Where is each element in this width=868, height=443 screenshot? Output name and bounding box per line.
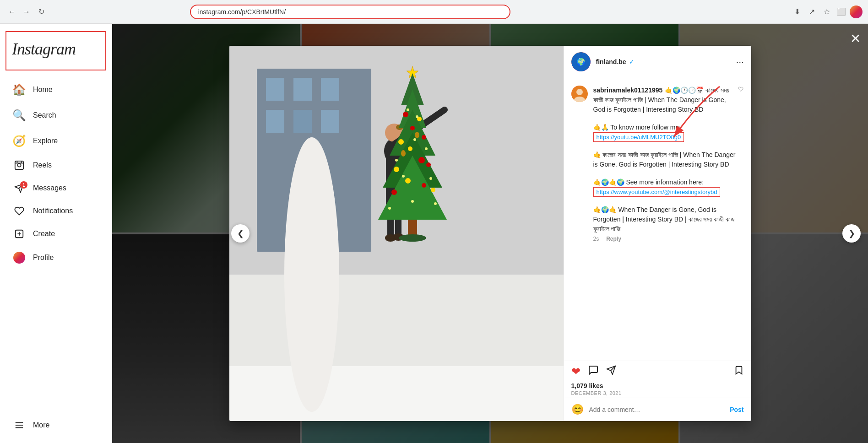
svg-point-57	[413, 138, 416, 141]
logo-container: Instagram	[5, 31, 106, 70]
comment-like-button[interactable]: ♡	[738, 86, 744, 93]
reload-button[interactable]: ↻	[35, 5, 48, 18]
post-image	[229, 46, 564, 421]
svg-point-63	[388, 207, 391, 210]
likes-count: 1,079 likes	[571, 382, 744, 389]
comment-text-part3: 🤙🌍🤙 When The Danger is Gone, God is Forg…	[593, 206, 735, 232]
svg-point-43	[398, 139, 404, 145]
browser-nav-buttons: ← → ↻	[5, 5, 48, 18]
svg-point-47	[394, 167, 399, 172]
comment-time: 2s	[593, 236, 599, 242]
red-arrow-container: https://youtu.be/uMLMU2TO8g0	[593, 132, 738, 142]
svg-point-68	[576, 89, 583, 95]
save-button[interactable]	[734, 365, 744, 378]
comment-see-more-text: 🤙🌍🤙🌍 See more information here:	[593, 178, 704, 186]
comment-button[interactable]	[588, 365, 599, 378]
sidebar-item-home[interactable]: 🏠 Home	[5, 78, 106, 102]
post-date: DECEMBER 3, 2021	[571, 390, 744, 396]
sidebar-item-search[interactable]: 🔍 Search	[5, 103, 106, 127]
actions-bar: ❤	[564, 361, 751, 398]
svg-rect-17	[266, 110, 284, 133]
svg-point-61	[429, 177, 432, 180]
home-label: Home	[33, 86, 53, 94]
svg-point-56	[416, 115, 418, 118]
search-icon: 🔍	[13, 109, 26, 122]
browser-actions: ⬇ ↗ ☆ ⬜	[791, 5, 863, 18]
sidebar-item-create[interactable]: Create	[5, 223, 106, 244]
more-icon	[13, 420, 26, 430]
notifications-icon	[13, 206, 26, 216]
svg-rect-18	[293, 110, 312, 133]
search-label: Search	[33, 111, 56, 119]
comment-content: sabrinamalek01121995 🤙🌍🕐🕑📅 কাজের সময় কা…	[593, 86, 744, 242]
reels-icon	[13, 160, 26, 170]
home-icon: 🏠	[13, 83, 26, 96]
share-button[interactable]	[606, 365, 616, 378]
like-button[interactable]: ❤	[571, 365, 580, 378]
bookmark-browser-button[interactable]: ☆	[820, 5, 833, 18]
post-image-container	[229, 46, 564, 421]
messages-icon: 1	[13, 183, 26, 193]
profile-avatar-icon	[13, 252, 26, 264]
commenter-avatar[interactable]	[571, 86, 588, 102]
sidebar-item-reels[interactable]: Reels	[5, 155, 106, 176]
comment-link-2[interactable]: https://www.youtube.com/@interestingstor…	[593, 187, 721, 197]
modal-close-button[interactable]: ✕	[850, 31, 861, 46]
post-header: 🌍 finland.be ✓ ···	[564, 46, 751, 78]
post-modal: 🌍 finland.be ✓ ···	[229, 46, 751, 421]
svg-point-50	[422, 183, 426, 188]
messages-label: Messages	[33, 184, 66, 192]
svg-rect-21	[229, 366, 564, 421]
sidebar-item-more[interactable]: More	[5, 415, 106, 436]
svg-point-1	[17, 163, 21, 167]
sidebar-item-messages[interactable]: 1 Messages	[5, 178, 106, 199]
svg-point-59	[425, 147, 428, 150]
svg-rect-19	[321, 110, 339, 133]
svg-point-46	[418, 157, 425, 163]
next-post-button[interactable]: ❯	[842, 224, 861, 243]
post-account-avatar[interactable]: 🌍	[571, 52, 591, 71]
comment-meta: 2s Reply	[593, 236, 744, 242]
tablet-mode-button[interactable]: ⬜	[835, 5, 848, 18]
post-more-options-button[interactable]: ···	[736, 57, 744, 67]
share-browser-button[interactable]: ↗	[806, 5, 819, 18]
svg-point-52	[431, 188, 435, 192]
svg-rect-14	[266, 78, 284, 101]
reels-label: Reels	[33, 161, 52, 169]
comments-section[interactable]: sabrinamalek01121995 🤙🌍🕐🕑📅 কাজের সময় কা…	[564, 78, 751, 361]
sidebar-item-notifications[interactable]: Notifications	[5, 200, 106, 222]
address-bar[interactable]	[190, 5, 510, 19]
comment-item: sabrinamalek01121995 🤙🌍🕐🕑📅 কাজের সময় কা…	[571, 86, 744, 242]
app-layout: Instagram 🏠 Home 🔍 Search 🧭 Explore	[0, 24, 868, 443]
browser-chrome: ← → ↻ ⬇ ↗ ☆ ⬜	[0, 0, 868, 24]
sidebar: Instagram 🏠 Home 🔍 Search 🧭 Explore	[0, 24, 112, 443]
download-button[interactable]: ⬇	[791, 5, 804, 18]
svg-point-55	[407, 108, 409, 111]
svg-point-44	[422, 135, 426, 140]
sidebar-item-profile[interactable]: Profile	[5, 246, 106, 269]
svg-point-42	[410, 126, 415, 130]
sidebar-nav: 🏠 Home 🔍 Search 🧭 Explore	[5, 78, 106, 415]
commenter-username[interactable]: sabrinamalek01121995	[593, 86, 663, 94]
modal-overlay[interactable]: ✕ ❮ ❯	[112, 24, 868, 443]
comment-input[interactable]	[589, 406, 725, 413]
create-icon	[13, 229, 26, 239]
prev-post-button[interactable]: ❮	[231, 224, 250, 243]
more-label: More	[33, 421, 49, 429]
browser-profile-avatar[interactable]	[850, 5, 863, 18]
instagram-logo: Instagram	[12, 40, 76, 58]
create-label: Create	[33, 230, 55, 238]
svg-point-22	[284, 137, 339, 412]
content-area: ✕ ❮ ❯	[112, 24, 868, 443]
back-button[interactable]: ←	[5, 5, 18, 18]
post-comment-button[interactable]: Post	[730, 406, 743, 413]
post-account-username[interactable]: finland.be	[596, 58, 626, 65]
comment-reply-button[interactable]: Reply	[606, 236, 621, 242]
address-bar-wrap	[190, 5, 510, 19]
explore-icon: 🧭	[13, 135, 26, 147]
emoji-button[interactable]: 😊	[571, 404, 584, 416]
forward-button[interactable]: →	[20, 5, 33, 18]
sidebar-item-explore[interactable]: 🧭 Explore	[5, 129, 106, 153]
comment-link-1[interactable]: https://youtu.be/uMLMU2TO8g0	[593, 132, 684, 142]
svg-point-58	[395, 159, 398, 162]
